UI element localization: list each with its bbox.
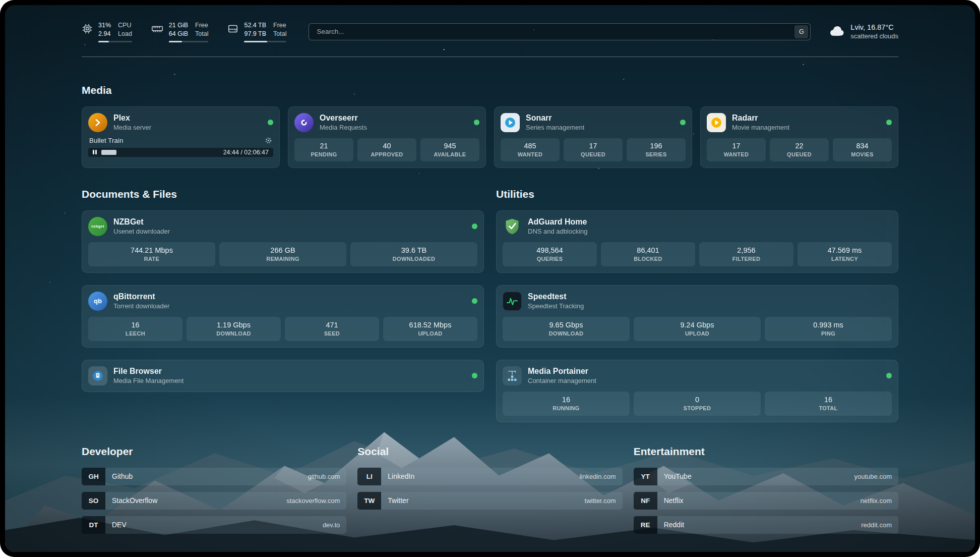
filebrowser-name[interactable]: File Browser (113, 367, 183, 376)
plex-playback-time: 24:44 / 02:06:47 (223, 149, 269, 156)
speedtest-stats: 9.65 Gbps DOWNLOAD 9.24 Gbps UPLOAD 0.99… (503, 317, 892, 341)
radarr-stats: 17 WANTED 22 QUEUED 834 MOVIES (707, 138, 892, 161)
stat-value: 266 GB (270, 246, 295, 254)
radarr-header[interactable]: Radarr Movie management (707, 113, 892, 132)
stat-queued: 17 QUEUED (564, 138, 623, 161)
sonarr-stats: 485 WANTED 17 QUEUED 196 SERIES (501, 138, 686, 161)
adguard-icon (503, 217, 522, 236)
plex-name[interactable]: Plex (113, 114, 151, 123)
portainer-icon (503, 366, 522, 385)
nzbget-header[interactable]: nzbget NZBGet Usenet downloader (88, 217, 477, 236)
adguard-card: AdGuard Home DNS and adblocking 498,564 … (496, 210, 898, 273)
stat-label: MOVIES (851, 151, 874, 157)
weather-widget: Lviv, 16.87°C scattered clouds (828, 23, 898, 40)
pause-icon[interactable] (93, 150, 97, 154)
stat-value: 86,401 (637, 246, 659, 254)
adguard-header[interactable]: AdGuard Home DNS and adblocking (503, 217, 892, 236)
bookmark-dev[interactable]: DT DEV dev.to (82, 516, 346, 534)
ram-total-label: Total (195, 30, 208, 38)
bookmark-youtube[interactable]: YT YouTube youtube.com (634, 468, 898, 485)
ram-free-label: Free (195, 21, 208, 29)
qbittorrent-header[interactable]: qb qBittorrent Torrent downloader (88, 292, 477, 311)
bookmark-abbr: LI (357, 468, 381, 485)
overseerr-titles: Overseerr Media Requests (320, 114, 367, 131)
plex-card: Plex Media server Bullet Train (82, 106, 280, 168)
speedtest-icon (503, 292, 522, 311)
stat-label: FILTERED (732, 256, 760, 262)
stat-value: 22 (795, 142, 803, 150)
search-input[interactable] (316, 27, 794, 36)
filebrowser-header[interactable]: File Browser Media File Management (88, 366, 477, 385)
stat-label: WANTED (724, 151, 749, 157)
system-metrics: 31% 2.94 CPU Load (82, 21, 286, 42)
speedtest-header[interactable]: Speedtest Speedtest Tracking (503, 292, 892, 311)
bookmark-reddit[interactable]: RE Reddit reddit.com (634, 516, 898, 534)
bookmark-linkedin[interactable]: LI LinkedIn linkedin.com (357, 468, 622, 485)
bookmark-abbr: RE (634, 516, 657, 534)
filebrowser-titles: File Browser Media File Management (113, 367, 183, 384)
portainer-name[interactable]: Media Portainer (528, 367, 596, 376)
bookmark-url: stackoverflow.com (286, 497, 340, 505)
qbittorrent-icon-text: qb (94, 297, 102, 305)
bookmark-twitter[interactable]: TW Twitter twitter.com (357, 492, 622, 510)
plex-progress-bar[interactable]: 24:44 / 02:06:47 (88, 148, 273, 157)
bookmark-stackoverflow[interactable]: SO StackOverflow stackoverflow.com (82, 492, 346, 510)
stat-label: DOWNLOADED (393, 256, 435, 262)
bookmark-url: youtube.com (854, 473, 892, 480)
portainer-status-dot (886, 373, 892, 378)
qbittorrent-name[interactable]: qBittorrent (113, 292, 169, 301)
stat-series: 196 SERIES (627, 138, 686, 161)
bookmark-github[interactable]: GH Github github.com (82, 468, 346, 485)
bookmarks-entertainment: Entertainment YT YouTube youtube.com NF … (634, 445, 898, 540)
qbittorrent-card: qb qBittorrent Torrent downloader 16 LEE… (82, 285, 484, 348)
filebrowser-status-dot (472, 373, 477, 378)
overseerr-status-dot (474, 120, 479, 125)
disk-icon (227, 23, 238, 36)
plex-now-playing-row: Bullet Train (89, 137, 272, 144)
bookmark-abbr: TW (357, 492, 381, 510)
stat-approved: 40 APPROVED (357, 138, 416, 161)
disk-usage-bar (244, 41, 286, 42)
stat-value: 9.65 Gbps (549, 321, 583, 329)
stat-label: BLOCKED (634, 256, 662, 262)
stat-wanted: 17 WANTED (707, 138, 766, 161)
window-frame: 31% 2.94 CPU Load (0, 0, 980, 557)
plex-header[interactable]: Plex Media server (88, 113, 273, 132)
nzbget-name[interactable]: NZBGet (113, 217, 170, 227)
plex-settings-gear-icon[interactable] (265, 137, 272, 144)
stat-leech: 16 LEECH (88, 317, 182, 341)
bookmark-body: YouTube youtube.com (657, 468, 898, 485)
media-section-title: Media (82, 84, 898, 96)
stat-value: 17 (732, 142, 740, 150)
plex-status-dot (268, 120, 273, 125)
stat-label: QUERIES (537, 256, 563, 262)
sonarr-status-dot (680, 120, 686, 125)
stat-running: 16 RUNNING (503, 392, 630, 416)
bookmark-url: twitter.com (585, 497, 616, 505)
stat-download: 1.19 Gbps DOWNLOAD (187, 317, 281, 341)
speedtest-name[interactable]: Speedtest (528, 292, 584, 301)
header-divider (82, 57, 898, 57)
speedtest-titles: Speedtest Speedtest Tracking (528, 292, 584, 310)
bookmark-netflix[interactable]: NF Netflix netflix.com (634, 492, 898, 510)
radarr-icon (707, 113, 726, 132)
stat-ping: 0.993 ms PING (765, 317, 892, 341)
stat-available: 945 AVAILABLE (420, 138, 479, 161)
stat-label: WANTED (518, 151, 542, 157)
search-bar[interactable]: G (309, 23, 811, 40)
bookmark-abbr: DT (82, 516, 105, 534)
stat-value: 485 (524, 142, 536, 150)
radarr-name[interactable]: Radarr (732, 114, 789, 123)
portainer-titles: Media Portainer Container management (528, 367, 596, 384)
stat-remaining: 266 GB REMAINING (219, 242, 346, 266)
adguard-name[interactable]: AdGuard Home (528, 217, 588, 227)
sonarr-header[interactable]: Sonarr Series management (501, 113, 686, 132)
overseerr-header[interactable]: Overseerr Media Requests (294, 113, 479, 132)
search-engine-button[interactable]: G (794, 25, 808, 38)
portainer-header[interactable]: Media Portainer Container management (503, 366, 892, 385)
stat-value: 47.569 ms (828, 246, 862, 254)
bookmark-name: LinkedIn (388, 472, 414, 480)
stat-label: LATENCY (831, 256, 858, 262)
overseerr-name[interactable]: Overseerr (320, 114, 367, 123)
sonarr-name[interactable]: Sonarr (526, 114, 584, 123)
